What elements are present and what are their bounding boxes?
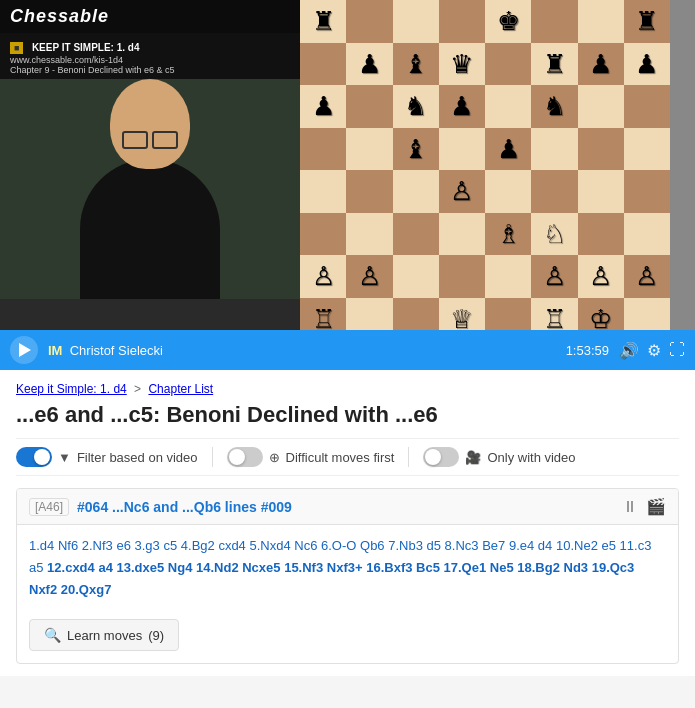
only-video-label: Only with video <box>487 450 575 465</box>
square-0-0[interactable]: ♜ <box>300 0 346 43</box>
square-6-7[interactable]: ♙ <box>624 255 670 298</box>
content-section: Keep it Simple: 1. d4 > Chapter List ...… <box>0 370 695 676</box>
settings-icon[interactable]: ⚙ <box>647 341 661 360</box>
square-5-5[interactable]: ♘ <box>531 213 577 256</box>
square-3-2[interactable]: ♝ <box>393 128 439 171</box>
difficult-moves-label: Difficult moves first <box>286 450 395 465</box>
square-2-6[interactable] <box>578 85 624 128</box>
square-2-3[interactable]: ♟ <box>439 85 485 128</box>
square-3-0[interactable] <box>300 128 346 171</box>
square-4-3[interactable]: ♙ <box>439 170 485 213</box>
square-5-6[interactable] <box>578 213 624 256</box>
square-5-0[interactable] <box>300 213 346 256</box>
square-3-4[interactable]: ♟ <box>485 128 531 171</box>
square-3-1[interactable] <box>346 128 392 171</box>
square-3-7[interactable] <box>624 128 670 171</box>
square-1-6[interactable]: ♟ <box>578 43 624 86</box>
square-6-2[interactable] <box>393 255 439 298</box>
pause-icon[interactable]: ⏸ <box>622 498 638 516</box>
square-1-5[interactable]: ♜ <box>531 43 577 86</box>
presenter-title: IM <box>48 343 62 358</box>
square-6-5[interactable]: ♙ <box>531 255 577 298</box>
move-token: e6 <box>116 538 134 553</box>
square-2-0[interactable]: ♟ <box>300 85 346 128</box>
square-2-5[interactable]: ♞ <box>531 85 577 128</box>
square-0-6[interactable] <box>578 0 624 43</box>
toggle-thumb-2 <box>229 449 245 465</box>
square-2-1[interactable] <box>346 85 392 128</box>
square-6-6[interactable]: ♙ <box>578 255 624 298</box>
square-6-3[interactable] <box>439 255 485 298</box>
move-token: 19.Qc3 <box>592 560 635 575</box>
move-token: 10.Ne2 <box>556 538 602 553</box>
square-4-6[interactable] <box>578 170 624 213</box>
difficult-moves-toggle[interactable] <box>227 447 263 467</box>
toggle-thumb <box>34 449 50 465</box>
breadcrumb-parent[interactable]: Keep it Simple: 1. d4 <box>16 382 127 396</box>
square-6-4[interactable] <box>485 255 531 298</box>
video-icon[interactable]: 🎬 <box>646 497 666 516</box>
square-1-4[interactable] <box>485 43 531 86</box>
learn-moves-label: Learn moves <box>67 628 142 643</box>
square-2-4[interactable] <box>485 85 531 128</box>
difficult-moves-toggle-group: ⊕ Difficult moves first <box>227 447 395 467</box>
move-token: a5 <box>29 560 47 575</box>
square-1-7[interactable]: ♟ <box>624 43 670 86</box>
square-0-1[interactable] <box>346 0 392 43</box>
move-token: 9.e4 <box>509 538 538 553</box>
chess-piece: ♝ <box>404 136 427 162</box>
breadcrumb-current[interactable]: Chapter List <box>148 382 213 396</box>
square-6-1[interactable]: ♙ <box>346 255 392 298</box>
filter-video-toggle[interactable] <box>16 447 52 467</box>
square-3-6[interactable] <box>578 128 624 171</box>
filter-video-label: Filter based on video <box>77 450 198 465</box>
square-2-2[interactable]: ♞ <box>393 85 439 128</box>
square-5-1[interactable] <box>346 213 392 256</box>
square-3-5[interactable] <box>531 128 577 171</box>
move-token: 3.g3 <box>135 538 164 553</box>
square-4-7[interactable] <box>624 170 670 213</box>
square-0-3[interactable] <box>439 0 485 43</box>
video-controls: IM Christof Sielecki 1:53:59 🔊 ⚙ ⛶ <box>0 330 695 370</box>
square-0-7[interactable]: ♜ <box>624 0 670 43</box>
chess-piece: ♗ <box>497 221 520 247</box>
square-1-3[interactable]: ♛ <box>439 43 485 86</box>
move-token: cxd4 <box>218 538 249 553</box>
video-thumbnail: Chessable ■ KEEP IT SIMPLE: 1. d4 www.ch… <box>0 0 300 340</box>
square-1-1[interactable]: ♟ <box>346 43 392 86</box>
move-token: 14.Nd2 <box>196 560 242 575</box>
filter-icon: ▼ <box>58 450 71 465</box>
body-shape <box>80 159 220 299</box>
square-5-4[interactable]: ♗ <box>485 213 531 256</box>
square-3-3[interactable] <box>439 128 485 171</box>
square-2-7[interactable] <box>624 85 670 128</box>
play-button[interactable] <box>10 336 38 364</box>
square-4-2[interactable] <box>393 170 439 213</box>
square-6-0[interactable]: ♙ <box>300 255 346 298</box>
glasses <box>122 131 178 147</box>
move-card-title: #064 ...Nc6 and ...Qb6 lines #009 <box>77 499 622 515</box>
fullscreen-icon[interactable]: ⛶ <box>669 341 685 359</box>
chess-piece: ♙ <box>450 178 473 204</box>
chess-piece: ♟ <box>358 51 381 77</box>
square-4-5[interactable] <box>531 170 577 213</box>
square-4-4[interactable] <box>485 170 531 213</box>
move-token: Nxf2 <box>29 582 61 597</box>
move-token: 5.Nxd4 <box>249 538 294 553</box>
book-tag: ■ <box>10 42 23 54</box>
square-0-5[interactable] <box>531 0 577 43</box>
volume-icon[interactable]: 🔊 <box>619 341 639 360</box>
square-4-1[interactable] <box>346 170 392 213</box>
square-0-2[interactable] <box>393 0 439 43</box>
toggle-thumb-3 <box>425 449 441 465</box>
learn-moves-button[interactable]: 🔍 Learn moves (9) <box>29 619 179 651</box>
square-1-0[interactable] <box>300 43 346 86</box>
square-5-3[interactable] <box>439 213 485 256</box>
square-0-4[interactable]: ♚ <box>485 0 531 43</box>
square-5-7[interactable] <box>624 213 670 256</box>
square-1-2[interactable]: ♝ <box>393 43 439 86</box>
only-video-toggle[interactable] <box>423 447 459 467</box>
square-5-2[interactable] <box>393 213 439 256</box>
square-4-0[interactable] <box>300 170 346 213</box>
eco-tag: [A46] <box>29 498 69 516</box>
